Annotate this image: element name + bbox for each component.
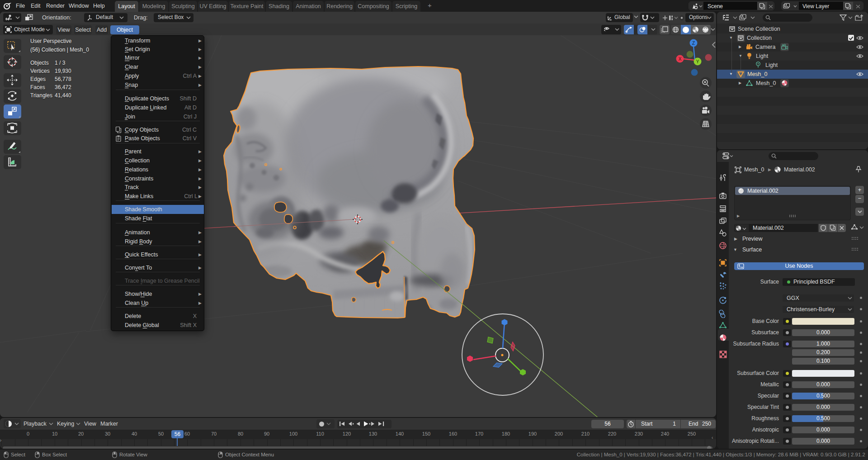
svg-text:Z: Z	[692, 41, 695, 46]
svg-text:Y: Y	[696, 59, 699, 64]
svg-text:X: X	[679, 57, 682, 62]
